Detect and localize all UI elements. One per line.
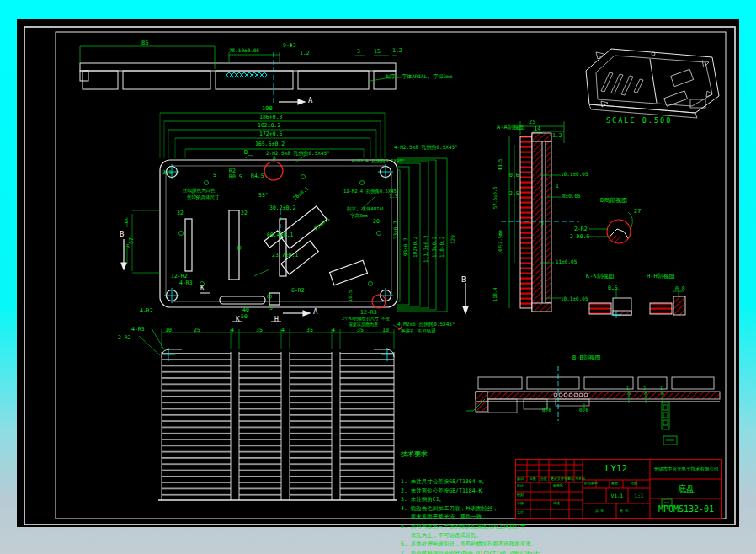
title-block-label: 重量 <box>611 482 618 485</box>
dim-label: 22 <box>241 210 248 216</box>
dim-label: D <box>244 150 248 156</box>
dim-label: H <box>274 317 279 323</box>
dim-label: 10 <box>382 328 389 333</box>
dim-label: 16.5 <box>349 290 354 301</box>
dim-label: 0.5 <box>608 285 618 291</box>
title-block-material: LY12 <box>583 459 650 480</box>
title-block-ratio: 1:1 <box>628 488 650 503</box>
dim-label: 113±0.2 <box>432 237 437 258</box>
dim-label: Φ3.5 <box>498 159 503 170</box>
dim-label: 12-R3 <box>360 310 377 316</box>
dim-label: 0.8 <box>675 286 685 292</box>
dim-label: B <box>120 231 124 238</box>
dim-label: 25 <box>194 328 200 333</box>
dim-label: 32 <box>177 210 184 216</box>
title-block-label: 阶段标记 <box>584 482 598 485</box>
tech-note-line: 要求表面平整光洁，颜色一致。 <box>401 513 548 522</box>
dim-label: 1.2 <box>392 48 402 54</box>
dim-label: 26±0.1 <box>292 186 310 201</box>
dim-label: 10片2.5mm <box>498 230 503 254</box>
dim-label: 2.5 <box>509 191 519 197</box>
dim-label: 55° <box>258 193 269 199</box>
dim-label: 20 <box>373 219 380 225</box>
view-title-kk: K-K剖视图 <box>586 274 615 280</box>
tech-note-line: 2. 未注形位公差按GB/T1184-K。 <box>401 487 548 496</box>
dim-label: 111.3±0.2 <box>423 235 429 263</box>
dim-label: 15 <box>374 49 381 55</box>
dim-label: 186+0.3 <box>259 115 282 120</box>
dim-label: 25±0.1 <box>313 216 331 232</box>
dim-label: 5 <box>269 306 273 312</box>
dim-label: 27 <box>634 209 641 215</box>
dim-label: 11±0.05 <box>556 259 577 264</box>
dim-label: 118.4 <box>493 287 498 301</box>
tech-note-line: 4. 锐边去毛刺加工刀痕，外表面拉丝， <box>401 504 548 514</box>
dim-label: 2 <box>540 222 544 228</box>
dim-label: 45 <box>237 245 242 251</box>
view-title-aa: A-A剖视图 <box>497 125 525 131</box>
dim-label: 60.4±0.1 <box>267 232 293 238</box>
dim-label: 30.2±0.2 <box>269 205 295 211</box>
title-block-drawing-no: MPOMS132-01 <box>650 498 722 519</box>
title-block-label: 签名 <box>567 477 574 481</box>
dim-label: 4 <box>281 328 285 333</box>
title-block-version: V1.1 <box>606 488 628 503</box>
dim-label: 4-R2 <box>140 308 153 314</box>
dim-label: 15 <box>123 244 130 250</box>
title-block-label: 第 张 <box>620 509 628 513</box>
tech-note-line: 底孔为止，不可钻透或盲孔。 <box>401 531 548 541</box>
dim-label: 4 <box>332 328 335 333</box>
dim-label: 25 <box>529 120 535 125</box>
title-block-part-name: 底盘 <box>650 479 722 498</box>
dim-label: K <box>200 285 205 292</box>
dim-label: 4-R3 <box>131 327 145 333</box>
dim-label: 35 <box>357 328 364 333</box>
dim-label: 9-Φ3 <box>283 43 296 49</box>
dim-label: 1 <box>660 386 663 391</box>
dim-label: 2-R0.5 <box>570 234 589 240</box>
cad-viewer-background: 8578.10±0.059-Φ31.23151.2刻字, 字体ARIAL, 字深… <box>0 0 756 554</box>
dim-label: 165.5±0.2 <box>255 141 285 147</box>
dim-label: 0.6 <box>509 173 519 178</box>
dim-label: 4-M2.5x8 孔倒角0.5X45° <box>394 145 458 150</box>
dim-label: 1.2 <box>300 51 310 56</box>
dim-label: 2-R2 <box>574 226 588 232</box>
tech-note-line: 5. 所有与散热片干涉的螺纹孔深度方向上保持打平 <box>401 522 548 531</box>
view-title-hh: H-H剖视图 <box>647 274 675 280</box>
dim-label: 120 <box>450 235 455 244</box>
dim-label: 1.2 <box>552 133 562 139</box>
dim-label: 6-R2 <box>291 288 305 294</box>
title-block-label: 标准化 <box>553 484 563 487</box>
dim-label: 2-R2 <box>118 335 131 341</box>
dim-label: 1 <box>626 386 629 391</box>
dim-label: 8±0.05 <box>562 194 581 199</box>
tech-note-line: 7. 所有材料须符合RoHS指令 Directive 2002/95/EC。 <box>401 549 548 554</box>
dim-label: 78.10±0.05 <box>229 48 259 53</box>
tech-notes-title: 技术要求 <box>401 450 548 460</box>
dim-label: 23.7±0.1 <box>272 253 298 258</box>
dim-label: A <box>313 308 317 316</box>
title-block-company: 无锡市中兴光电子技术有限公司 <box>650 459 722 479</box>
dim-label: 14 <box>534 126 540 132</box>
scale-label: SCALE 0.500 <box>606 116 672 125</box>
dim-label: 字高3mm <box>350 214 368 219</box>
drawing-canvas[interactable]: 8578.10±0.059-Φ31.23151.2刻字, 字体ARIAL, 字深… <box>17 19 739 527</box>
dim-label: 3 <box>357 49 360 55</box>
dim-label: 丝印颜色为白色 <box>183 189 216 194</box>
dim-label: 182±0.2 <box>258 123 280 129</box>
dim-label: 1 <box>556 184 559 189</box>
dim-label: R0.5 <box>229 174 242 180</box>
dim-label: 172+0.5 <box>259 131 282 137</box>
dim-label: A <box>308 97 312 104</box>
dim-label: 33±0.2 <box>393 221 398 239</box>
dim-label: B <box>461 276 466 284</box>
dim-label: R4.5 <box>251 173 264 179</box>
title-block-label: 批准 <box>553 502 560 505</box>
dim-label: 1.5 <box>389 194 398 199</box>
dim-label: 35 <box>306 328 313 333</box>
dim-label: 4-M2x6 孔倒角0.5X45° <box>397 322 455 327</box>
dim-label: 57.5±0.5 <box>493 187 498 210</box>
dim-label: 4-R3 <box>179 280 193 286</box>
dim-label-layer: 8578.10±0.059-Φ31.23151.2刻字, 字体ARIAL, 字深… <box>17 19 739 527</box>
dim-label: 85 <box>141 40 148 46</box>
